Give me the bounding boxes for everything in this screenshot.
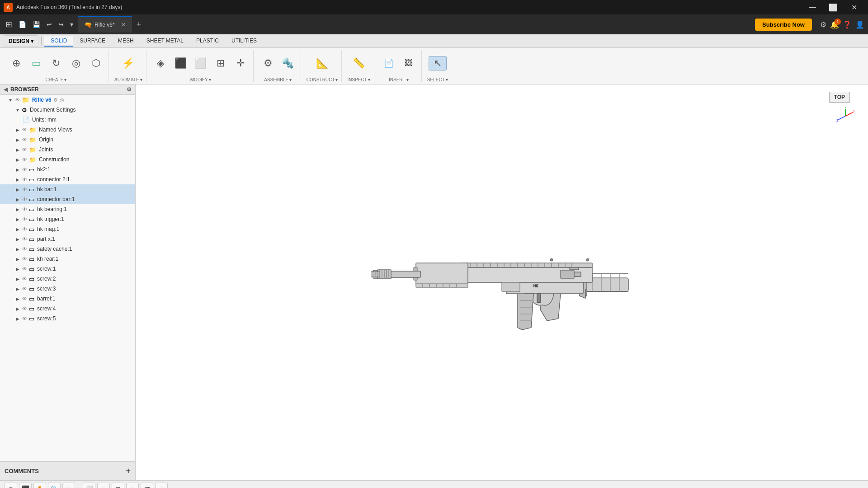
root-arrow[interactable]: ▼: [7, 97, 14, 103]
file-icon[interactable]: 📄: [17, 19, 28, 30]
shell-button[interactable]: ⬡: [87, 56, 105, 70]
display-button[interactable]: ⬜: [83, 483, 95, 488]
zoom-dropdown[interactable]: ▾: [62, 483, 75, 488]
tree-item-origin[interactable]: ▶ 👁 📁 Origin: [0, 135, 135, 145]
list-item[interactable]: ▶ 👁 ▭ screw:5: [0, 314, 135, 324]
zoom-button[interactable]: 🔍: [48, 483, 61, 488]
screw2-arrow[interactable]: ▶: [14, 276, 21, 282]
assemble-label[interactable]: ASSEMBLE ▾: [264, 77, 292, 82]
root-eye-icon[interactable]: 👁: [14, 96, 21, 103]
connectorbar-eye-icon[interactable]: 👁: [21, 196, 28, 203]
root-vis-icon[interactable]: ◎: [60, 97, 64, 103]
joints-eye-icon[interactable]: 👁: [21, 146, 28, 153]
list-item[interactable]: ▶ 👁 ▭ screw:3: [0, 284, 135, 294]
list-item[interactable]: ▶ 👁 ▭ hk trigger:1: [0, 214, 135, 224]
pan-button[interactable]: ⬛: [19, 483, 32, 488]
browser-settings-icon[interactable]: ⚙: [127, 86, 132, 93]
comments-add-button[interactable]: +: [126, 466, 131, 476]
list-item[interactable]: ▶ 👁 ▭ screw:4: [0, 304, 135, 314]
settings-icon[interactable]: ⚙: [820, 20, 826, 29]
new-tab-button[interactable]: +: [135, 18, 143, 31]
construct-label[interactable]: CONSTRUCT ▾: [307, 77, 338, 82]
tab-solid[interactable]: SOLID: [44, 36, 73, 47]
screw1-eye-icon[interactable]: 👁: [21, 265, 28, 272]
barrel-eye-icon[interactable]: 👁: [21, 295, 28, 302]
fit-button[interactable]: ✋: [33, 483, 46, 488]
new-component-button[interactable]: ⊕: [7, 56, 25, 70]
tab-plastic[interactable]: PLASTIC: [190, 36, 225, 47]
origin-arrow[interactable]: ▶: [14, 136, 21, 143]
tree-item-joints[interactable]: ▶ 👁 📁 Joints: [0, 145, 135, 155]
list-item[interactable]: ▶ 👁 ▭ connector 2:1: [0, 174, 135, 184]
save-button[interactable]: 💾: [31, 19, 42, 30]
close-button[interactable]: ✕: [844, 0, 864, 14]
list-item[interactable]: ▶ 👁 ▭ connector bar:1: [0, 194, 135, 204]
list-item[interactable]: ▶ 👁 ▭ safety cache:1: [0, 244, 135, 254]
barrel-arrow[interactable]: ▶: [14, 296, 21, 302]
connectorbar-arrow[interactable]: ▶: [14, 196, 21, 202]
more-button[interactable]: ▾: [68, 19, 75, 30]
tab-mesh[interactable]: MESH: [112, 36, 140, 47]
tree-item-construction[interactable]: ▶ 👁 📁 Construction: [0, 155, 135, 164]
extrude-button[interactable]: ▭: [27, 56, 45, 70]
minimize-button[interactable]: —: [802, 0, 823, 14]
browser-collapse-button[interactable]: ◀: [4, 86, 8, 93]
hkmag-arrow[interactable]: ▶: [14, 226, 21, 232]
automate-button[interactable]: ⚡: [119, 56, 137, 70]
inspect-label[interactable]: INSPECT ▾: [347, 77, 370, 82]
list-item[interactable]: ▶ 👁 ▭ part x:1: [0, 234, 135, 244]
combine-button[interactable]: ⊞: [212, 56, 230, 70]
chamfer-button[interactable]: ⬜: [192, 56, 210, 70]
hole-button[interactable]: ◎: [67, 56, 85, 70]
tab-surface[interactable]: SURFACE: [73, 36, 112, 47]
hk2-arrow[interactable]: ▶: [14, 166, 21, 173]
screw5-eye-icon[interactable]: 👁: [21, 315, 28, 322]
origin-eye-icon[interactable]: 👁: [21, 136, 28, 143]
press-pull-button[interactable]: ◈: [152, 56, 170, 70]
notification-icon[interactable]: 🔔 1: [830, 20, 839, 29]
subscribe-button[interactable]: Subscribe Now: [755, 19, 812, 31]
orbit-button[interactable]: ⊙: [5, 483, 17, 488]
design-dropdown[interactable]: DESIGN ▾: [4, 35, 38, 47]
doc-settings-arrow[interactable]: ▼: [14, 107, 21, 113]
redo-button[interactable]: ↪: [57, 19, 66, 30]
tree-item-root[interactable]: ▼ 👁 📁 Rifle v6 ⚙ ◎: [0, 95, 135, 105]
partx-eye-icon[interactable]: 👁: [21, 235, 28, 243]
screw4-eye-icon[interactable]: 👁: [21, 305, 28, 312]
connector2-eye-icon[interactable]: 👁: [21, 176, 28, 183]
list-item[interactable]: ▶ 👁 ▭ hk mag:1: [0, 224, 135, 234]
create-label[interactable]: CREATE ▾: [46, 77, 67, 82]
tree-item-units[interactable]: 📄 Units: mm: [0, 115, 135, 125]
tree-item-named-views[interactable]: ▶ 👁 📁 Named Views: [0, 125, 135, 135]
khrear-eye-icon[interactable]: 👁: [21, 255, 28, 263]
screw3-arrow[interactable]: ▶: [14, 286, 21, 292]
help-icon[interactable]: ❓: [843, 20, 852, 29]
fillet-button[interactable]: ⬛: [172, 56, 190, 70]
list-item[interactable]: ▶ 👁 ▭ kh rear:1: [0, 254, 135, 264]
list-item[interactable]: ▶ 👁 ▭ barrel:1: [0, 294, 135, 304]
user-icon[interactable]: 👤: [855, 20, 864, 29]
environment-dropdown[interactable]: ▾: [155, 483, 168, 488]
hkbearing-arrow[interactable]: ▶: [14, 206, 21, 212]
select-button[interactable]: ↖: [429, 56, 447, 70]
named-views-eye-icon[interactable]: 👁: [21, 126, 28, 133]
file-tab-close[interactable]: ✕: [121, 22, 126, 28]
hkbar-eye-icon[interactable]: 👁: [21, 186, 28, 193]
as-built-joint-button[interactable]: 🔩: [279, 56, 297, 70]
environment-button[interactable]: ▦: [141, 483, 153, 488]
construction-eye-icon[interactable]: 👁: [21, 156, 28, 163]
measure-button[interactable]: 📏: [350, 56, 368, 70]
select-label[interactable]: SELECT ▾: [427, 77, 448, 82]
insert-label[interactable]: INSERT ▾: [389, 77, 409, 82]
screw1-arrow[interactable]: ▶: [14, 266, 21, 272]
tree-item-doc-settings[interactable]: ▼ ⚙ Document Settings: [0, 105, 135, 115]
hkbearing-eye-icon[interactable]: 👁: [21, 206, 28, 213]
tab-sheet-metal[interactable]: SHEET METAL: [140, 36, 190, 47]
hkmag-eye-icon[interactable]: 👁: [21, 225, 28, 233]
screw4-arrow[interactable]: ▶: [14, 305, 21, 312]
maximize-button[interactable]: ⬜: [823, 0, 844, 14]
joints-arrow[interactable]: ▶: [14, 146, 21, 153]
screw5-arrow[interactable]: ▶: [14, 315, 21, 322]
move-button[interactable]: ✛: [231, 56, 250, 70]
safetycache-arrow[interactable]: ▶: [14, 246, 21, 252]
